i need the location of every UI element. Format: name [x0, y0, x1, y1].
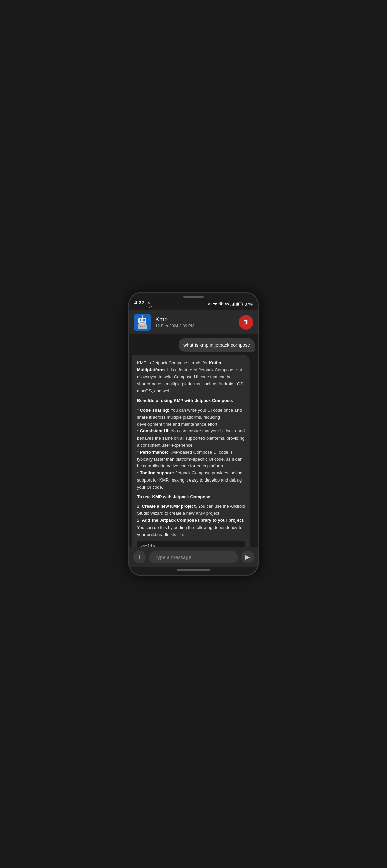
battery-percent: 37% — [244, 302, 252, 307]
home-indicator — [177, 569, 210, 571]
phone-frame: 4:37 0 KB/s VoLTE 5G — [128, 292, 259, 576]
send-icon: ▶ — [245, 553, 250, 561]
svg-point-10 — [142, 315, 144, 317]
app-header: Kmp 12-Feb-2024 3:39 PM 🗑 — [129, 310, 258, 335]
send-button[interactable]: ▶ — [241, 551, 254, 563]
trash-icon: 🗑 — [243, 319, 249, 326]
input-bar: + ▶ — [129, 547, 258, 567]
svg-rect-11 — [140, 319, 142, 321]
signal-icon — [231, 302, 235, 307]
robot-icon — [135, 315, 150, 330]
avatar — [134, 314, 151, 331]
bot-para-1: KMP in Jetpack Compose stands for Kotlin… — [137, 360, 245, 395]
bot-para-4: To use KMP with Jetpack Compose: — [137, 494, 245, 501]
add-attachment-button[interactable]: + — [133, 551, 146, 563]
kb-unit: KB/s — [146, 305, 152, 309]
svg-point-15 — [140, 326, 141, 328]
bold-text-1: Kotlin Multiplatform — [137, 360, 221, 372]
status-left: 4:37 0 KB/s — [135, 300, 152, 309]
bot-para-2: Benefits of using KMP with Jetpack Compo… — [137, 397, 245, 404]
svg-point-17 — [144, 326, 145, 328]
bot-message-bubble: KMP in Jetpack Compose stands for Kotlin… — [132, 355, 249, 547]
status-bar: 4:37 0 KB/s VoLTE 5G — [129, 299, 258, 310]
bold-text-5: Performance: — [140, 450, 168, 455]
bold-text-6: Tooling support: — [140, 470, 174, 475]
add-icon: + — [138, 553, 142, 561]
user-message-text: what is kmp in jetpack compose — [183, 342, 250, 347]
bold-text-2: Benefits of using KMP with Jetpack Compo… — [137, 398, 234, 403]
code-text: kotlinimplementation("androidx.compose.u… — [141, 544, 252, 547]
bold-text-9: Add the Jetpack Compose library to your … — [142, 518, 244, 523]
svg-rect-8 — [139, 318, 146, 324]
svg-point-16 — [142, 326, 143, 328]
svg-rect-12 — [144, 319, 145, 321]
status-time: 4:37 — [135, 300, 145, 305]
svg-point-0 — [221, 305, 222, 306]
svg-rect-4 — [234, 302, 235, 306]
top-pill — [129, 293, 258, 299]
svg-rect-7 — [237, 303, 239, 305]
home-bar — [129, 567, 258, 575]
bold-text-3: Code sharing: — [140, 408, 169, 413]
svg-rect-2 — [232, 304, 233, 306]
wifi-icon — [218, 302, 224, 307]
volte-icon: VoLTE — [208, 303, 217, 306]
status-kb: 0 KB/s — [146, 302, 152, 309]
contact-name: Kmp — [155, 316, 235, 323]
header-info: Kmp 12-Feb-2024 3:39 PM — [155, 316, 235, 329]
svg-rect-13 — [140, 322, 145, 323]
bot-para-3: * Code sharing: You can write your UI co… — [137, 407, 245, 491]
bold-text-4: Consistent UI: — [140, 429, 170, 434]
svg-rect-6 — [242, 303, 243, 305]
kb-value: 0 — [148, 302, 150, 305]
delete-button[interactable]: 🗑 — [239, 315, 253, 330]
chat-area: what is kmp in jetpack compose KMP in Je… — [129, 335, 258, 547]
status-right: VoLTE 5G 37% — [208, 302, 252, 307]
user-message-bubble: what is kmp in jetpack compose — [179, 338, 255, 352]
message-input[interactable] — [149, 551, 238, 563]
svg-rect-3 — [233, 303, 234, 306]
svg-rect-1 — [231, 305, 232, 306]
bold-text-8: Create a new KMP project. — [142, 504, 197, 509]
bold-text-7: To use KMP with Jetpack Compose: — [137, 494, 212, 499]
pill-indicator — [183, 296, 204, 298]
contact-date: 12-Feb-2024 3:39 PM — [155, 324, 235, 329]
bot-para-5: 1. Create a new KMP project. You can use… — [137, 503, 245, 538]
5g-icon: 5G — [225, 303, 229, 306]
svg-rect-18 — [141, 323, 144, 325]
battery-icon — [237, 302, 243, 306]
code-block: kotlinimplementation("androidx.compose.u… — [137, 540, 245, 547]
